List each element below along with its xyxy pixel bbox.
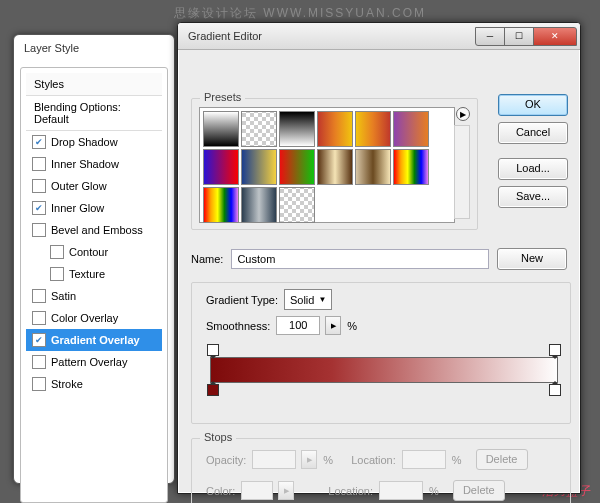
styles-panel: Styles Blending Options: Default ✔Drop S… — [26, 73, 162, 395]
preset-swatch[interactable] — [317, 111, 353, 147]
style-label: Inner Shadow — [51, 158, 119, 170]
preset-swatch[interactable] — [317, 149, 353, 185]
gradient-settings-group: Gradient Type: Solid ▼ Smoothness: 100 ▶… — [191, 282, 571, 424]
checkbox[interactable] — [32, 223, 46, 237]
presets-menu-button[interactable]: ▶ — [456, 107, 470, 121]
watermark-top: 思缘设计论坛 WWW.MISSYUAN.COM — [0, 5, 600, 22]
titlebar[interactable]: Gradient Editor ─ ☐ ✕ — [178, 23, 580, 50]
style-row-outer-glow[interactable]: Outer Glow — [26, 175, 162, 197]
triangle-right-icon: ▶ — [460, 110, 466, 119]
gradient-type-select[interactable]: Solid ▼ — [284, 289, 332, 310]
gradient-type-value: Solid — [290, 294, 314, 306]
opacity-stop-right[interactable] — [549, 344, 561, 356]
style-label: Texture — [69, 268, 105, 280]
opacity-label: Opacity: — [206, 454, 246, 466]
minimize-icon: ─ — [487, 31, 493, 41]
preset-swatch[interactable] — [203, 187, 239, 223]
preset-swatch[interactable] — [279, 111, 315, 147]
style-label: Inner Glow — [51, 202, 104, 214]
style-label: Pattern Overlay — [51, 356, 127, 368]
opacity-location-label: Location: — [351, 454, 396, 466]
checkbox[interactable] — [32, 289, 46, 303]
preset-swatch[interactable] — [241, 111, 277, 147]
style-row-inner-shadow[interactable]: Inner Shadow — [26, 153, 162, 175]
presets-group: Presets ▶ — [191, 98, 478, 230]
style-label: Bevel and Emboss — [51, 224, 143, 236]
cancel-button[interactable]: Cancel — [498, 122, 568, 144]
opacity-input — [252, 450, 296, 469]
styles-header[interactable]: Styles — [26, 73, 162, 96]
gradient-bar[interactable] — [210, 357, 558, 383]
checkbox[interactable] — [32, 179, 46, 193]
opacity-delete-button: Delete — [476, 449, 528, 470]
name-label: Name: — [191, 253, 223, 265]
style-label: Gradient Overlay — [51, 334, 140, 346]
checkbox[interactable] — [50, 267, 64, 281]
stops-group: Stops Opacity: ▶ % Location: % Delete Co… — [191, 438, 571, 503]
name-input[interactable]: Custom — [231, 249, 489, 269]
layer-style-title: Layer Style — [14, 35, 174, 61]
save-button[interactable]: Save... — [498, 186, 568, 208]
style-row-inner-glow[interactable]: ✔Inner Glow — [26, 197, 162, 219]
gradient-type-label: Gradient Type: — [206, 294, 278, 306]
style-row-gradient-overlay[interactable]: ✔Gradient Overlay — [26, 329, 162, 351]
opacity-location-input — [402, 450, 446, 469]
checkbox[interactable] — [32, 157, 46, 171]
maximize-button[interactable]: ☐ — [504, 27, 534, 46]
new-button[interactable]: New — [497, 248, 567, 270]
style-label: Color Overlay — [51, 312, 118, 324]
minimize-button[interactable]: ─ — [475, 27, 505, 46]
color-stop-left[interactable] — [207, 384, 219, 396]
style-row-bevel-and-emboss[interactable]: Bevel and Emboss — [26, 219, 162, 241]
checkbox[interactable]: ✔ — [32, 333, 46, 347]
presets-scrollbar[interactable] — [454, 125, 470, 219]
style-label: Stroke — [51, 378, 83, 390]
close-button[interactable]: ✕ — [533, 27, 577, 46]
checkbox[interactable] — [50, 245, 64, 259]
style-row-satin[interactable]: Satin — [26, 285, 162, 307]
checkbox[interactable]: ✔ — [32, 135, 46, 149]
preset-swatch[interactable] — [393, 149, 429, 185]
style-row-pattern-overlay[interactable]: Pattern Overlay — [26, 351, 162, 373]
close-icon: ✕ — [551, 31, 559, 41]
stops-label: Stops — [200, 431, 236, 443]
color-label: Color: — [206, 485, 235, 497]
ok-button[interactable]: OK — [498, 94, 568, 116]
preset-swatch[interactable] — [203, 149, 239, 185]
style-label: Satin — [51, 290, 76, 302]
preset-swatch[interactable] — [355, 111, 391, 147]
style-row-contour[interactable]: Contour — [26, 241, 162, 263]
preset-swatch[interactable] — [393, 111, 429, 147]
blending-options-row[interactable]: Blending Options: Default — [26, 96, 162, 131]
style-row-drop-shadow[interactable]: ✔Drop Shadow — [26, 131, 162, 153]
smoothness-label: Smoothness: — [206, 320, 270, 332]
opacity-location-percent: % — [452, 454, 462, 466]
preset-swatch[interactable] — [203, 111, 239, 147]
checkbox[interactable] — [32, 311, 46, 325]
gradient-editor-window: Gradient Editor ─ ☐ ✕ Presets ▶ OK Cance… — [177, 22, 581, 494]
checkbox[interactable] — [32, 355, 46, 369]
style-row-stroke[interactable]: Stroke — [26, 373, 162, 395]
smoothness-input[interactable]: 100 — [276, 316, 320, 335]
opacity-stop-left[interactable] — [207, 344, 219, 356]
load-button[interactable]: Load... — [498, 158, 568, 180]
maximize-icon: ☐ — [515, 31, 523, 41]
style-row-texture[interactable]: Texture — [26, 263, 162, 285]
checkbox[interactable]: ✔ — [32, 201, 46, 215]
preset-swatch[interactable] — [355, 149, 391, 185]
style-label: Drop Shadow — [51, 136, 118, 148]
preset-swatch[interactable] — [241, 187, 277, 223]
layer-style-window: Layer Style Styles Blending Options: Def… — [13, 34, 175, 484]
checkbox[interactable] — [32, 377, 46, 391]
color-stepper: ▶ — [278, 481, 294, 500]
presets-label: Presets — [200, 91, 245, 103]
opacity-stepper: ▶ — [301, 450, 317, 469]
style-row-color-overlay[interactable]: Color Overlay — [26, 307, 162, 329]
smoothness-stepper[interactable]: ▶ — [325, 316, 341, 335]
preset-swatch[interactable] — [279, 149, 315, 185]
chevron-down-icon: ▼ — [318, 295, 326, 304]
style-label: Contour — [69, 246, 108, 258]
preset-swatch[interactable] — [279, 187, 315, 223]
preset-swatch[interactable] — [241, 149, 277, 185]
color-stop-right[interactable] — [549, 384, 561, 396]
